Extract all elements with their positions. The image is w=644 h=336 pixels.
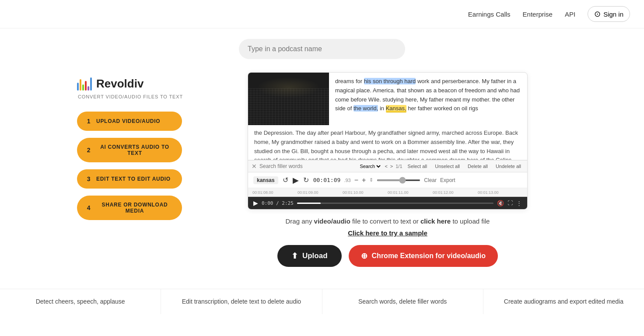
- timeline-bar: 00:01:08.00 00:01:09.00 00:01:10.00 00:0…: [248, 188, 527, 197]
- logo-bar-5: [88, 86, 89, 91]
- features-row: Detect cheers, speech, applause Edit tra…: [0, 289, 644, 314]
- step-4-num: 4: [86, 204, 92, 211]
- upload-link[interactable]: click here: [420, 217, 451, 225]
- logo-title: Revoldiv: [96, 77, 144, 91]
- vp-progress-bar[interactable]: [297, 203, 494, 204]
- vp-time: 0:00 / 2:25: [262, 200, 294, 206]
- highlight-kansas: Kansas,: [386, 105, 406, 112]
- export-btn[interactable]: Export: [440, 177, 455, 183]
- upload-icon: ⬆: [291, 251, 298, 261]
- speed-plus-btn[interactable]: +: [362, 176, 366, 184]
- select-all-btn[interactable]: Select all: [405, 163, 430, 170]
- next-result-icon[interactable]: >: [390, 164, 393, 169]
- drag-area: Drag any video/audio file to convert to …: [286, 210, 490, 228]
- highlight-world: the world,: [354, 105, 378, 112]
- chrome-extension-button[interactable]: ⊕ Chrome Extension for video/audio: [349, 245, 498, 267]
- timeline-marker-0: 00:01:08.00: [252, 190, 298, 195]
- step-1-button[interactable]: 1 Upload video/audio: [77, 112, 182, 131]
- demo-transcript-body: the Depression. The day after pearl Harb…: [248, 125, 527, 160]
- drag-text: Drag any video/audio file to convert to …: [286, 217, 490, 225]
- demo-top-row: dreams for his son through hard work and…: [248, 73, 527, 125]
- nav-api[interactable]: API: [565, 10, 575, 18]
- mute-icon[interactable]: 🔇: [497, 200, 504, 206]
- feature-1: Detect cheers, speech, applause: [0, 289, 161, 314]
- logo-bar-3: [82, 84, 84, 91]
- feature-4: Create audiograms and export edited medi…: [483, 289, 644, 314]
- step-2-num: 2: [86, 147, 92, 154]
- filler-words-search[interactable]: [259, 163, 355, 169]
- audio-controls: kansas ↺ ▶ ↻ 00:01:09 .93 − + ⇕ Clear Ex…: [248, 172, 527, 188]
- navbar: Earnings Calls Enterprise API ⊙ Sign in: [0, 0, 644, 28]
- loop-btn[interactable]: ↻: [302, 175, 310, 185]
- more-options-icon[interactable]: ⋮: [516, 200, 522, 206]
- main-content: Revoldiv Convert video/audio files to te…: [60, 63, 584, 289]
- demo-video: [248, 73, 329, 125]
- vp-play-btn[interactable]: ▶: [253, 200, 258, 206]
- step-4-button[interactable]: 4 Share or download media: [77, 196, 182, 220]
- podcast-search-input[interactable]: [239, 39, 405, 59]
- step-2-button[interactable]: 2 AI converts audio to text: [77, 138, 182, 162]
- volume-slider[interactable]: [377, 179, 420, 181]
- sample-link[interactable]: Click here to try a sample: [348, 229, 427, 237]
- time-display: 00:01:09: [313, 177, 341, 183]
- sign-in-button[interactable]: ⊙ Sign in: [588, 6, 630, 22]
- timeline-marker-2: 00:01:10.00: [343, 190, 388, 195]
- step-3-button[interactable]: 3 Edit text to edit audio: [77, 169, 182, 189]
- upload-btn-label: Upload: [302, 252, 328, 260]
- timeline-marker-1: 00:01:09.00: [298, 190, 343, 195]
- logo-bar-4: [85, 81, 87, 91]
- search-count: 1/1: [396, 164, 402, 169]
- step-1-num: 1: [86, 118, 92, 125]
- timeline-marker-4: 00:01:12.00: [433, 190, 478, 195]
- vp-icons: 🔇 ⛶ ⋮: [497, 200, 522, 206]
- step-4-label: Share or download media: [96, 202, 173, 214]
- unselect-all-btn[interactable]: Unselect all: [432, 163, 462, 170]
- timeline-marker-5: 00:01:13.00: [478, 190, 523, 195]
- search-clear-icon[interactable]: ✕: [252, 163, 257, 170]
- nav-earnings-calls[interactable]: Earnings Calls: [468, 10, 511, 18]
- highlight-his-son: his son through hard: [364, 78, 416, 84]
- timeline-marker-3: 00:01:11.00: [388, 190, 433, 195]
- cta-row: ⬆ Upload ⊕ Chrome Extension for video/au…: [277, 245, 498, 267]
- right-panel: dreams for his son through hard work and…: [208, 72, 567, 280]
- speed-minus-btn[interactable]: −: [354, 176, 358, 184]
- confidence: .93: [344, 178, 350, 183]
- undelete-all-btn[interactable]: Undelete all: [493, 163, 524, 170]
- prev-result-icon[interactable]: <: [385, 164, 387, 169]
- video-player-row: ▶ 0:00 / 2:25 🔇 ⛶ ⋮: [248, 197, 527, 209]
- play-btn[interactable]: ▶: [293, 175, 299, 185]
- step-3-label: Edit text to edit audio: [96, 176, 171, 182]
- logo-bar-6: [90, 77, 92, 91]
- tagline: Convert video/audio files to text: [78, 94, 191, 99]
- speed-expand-icon: ⇕: [369, 177, 373, 183]
- step-3-num: 3: [86, 175, 92, 182]
- feature-3: Search words, delete filler words: [322, 289, 483, 314]
- search-type-dropdown[interactable]: Search: [358, 163, 382, 169]
- step-2-label: AI converts audio to text: [96, 144, 173, 156]
- feature-2: Edit transcription, delete text to delet…: [161, 289, 322, 314]
- chrome-btn-label: Chrome Extension for video/audio: [372, 252, 486, 260]
- nav-enterprise[interactable]: Enterprise: [523, 10, 553, 18]
- demo-box: dreams for his son through hard work and…: [248, 72, 528, 210]
- step-1-label: Upload video/audio: [96, 118, 160, 124]
- vp-progress-fill: [297, 203, 321, 204]
- account-icon: ⊙: [594, 9, 601, 19]
- demo-transcript: dreams for his son through hard work and…: [329, 73, 527, 125]
- clear-btn[interactable]: Clear: [424, 177, 437, 183]
- left-panel: Revoldiv Convert video/audio files to te…: [77, 72, 191, 280]
- current-word-label: kansas: [253, 176, 278, 184]
- logo-bar-2: [80, 79, 81, 91]
- chrome-icon: ⊕: [361, 251, 368, 261]
- demo-search-row: ✕ Search < > 1/1 Select all Unselect all…: [248, 160, 527, 172]
- logo: Revoldiv: [77, 77, 191, 91]
- rewind-btn[interactable]: ↺: [282, 175, 289, 185]
- fullscreen-icon[interactable]: ⛶: [508, 200, 513, 206]
- sample-link-section: Click here to try a sample: [348, 228, 427, 245]
- upload-cta-button[interactable]: ⬆ Upload: [277, 245, 342, 267]
- logo-bar-1: [77, 83, 79, 91]
- search-section: [0, 28, 644, 63]
- delete-all-btn[interactable]: Delete all: [465, 163, 490, 170]
- logo-icon: [77, 77, 92, 91]
